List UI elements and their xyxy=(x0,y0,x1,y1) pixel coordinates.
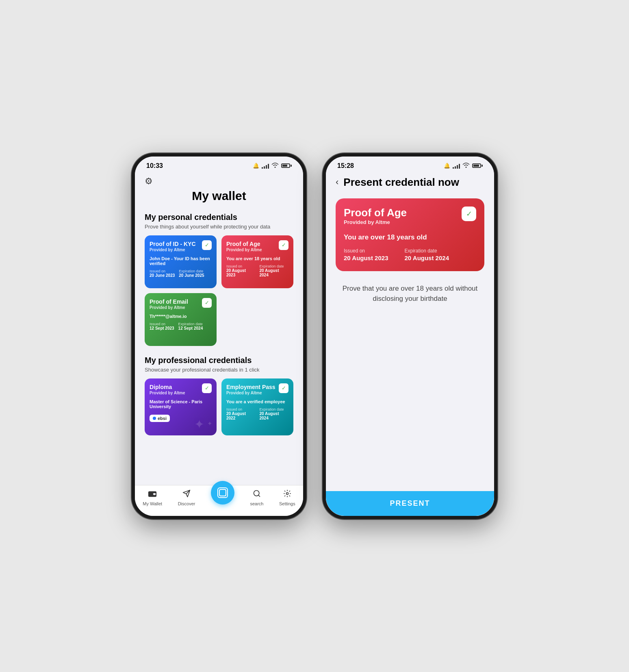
present-screen: ‹ Present credential now Proof of Age Pr… xyxy=(326,173,494,516)
present-expiry-value: 20 August 2024 xyxy=(405,254,449,261)
svg-point-5 xyxy=(286,492,288,494)
present-credential-title: Present credential now xyxy=(343,176,459,189)
proof-of-id-detail: John Doe - Your ID has been verified xyxy=(150,256,212,266)
present-button[interactable]: PRESENT xyxy=(326,491,494,516)
proof-of-id-card[interactable]: Proof of ID - KYC Provided by Altme ✓ Jo… xyxy=(145,235,217,288)
present-expiry-label: Expiration date xyxy=(405,248,449,254)
proof-of-id-check: ✓ xyxy=(202,240,212,250)
present-card-claim: You are over 18 years old xyxy=(344,233,476,241)
settings-gear-icon[interactable]: ⚙ xyxy=(145,176,293,187)
nav-search-label: search xyxy=(250,501,263,506)
professional-credentials-section: My professional credentials Showcase you… xyxy=(145,356,293,435)
diploma-card[interactable]: ✦ ✦ ✦ Diploma Provided by Altme ✓ xyxy=(145,378,217,435)
battery-icon-right xyxy=(472,163,483,168)
employment-pass-dates: Issued on 20 August 2022 Expiration date… xyxy=(226,407,288,420)
left-phone: 10:33 🔔 xyxy=(132,153,306,519)
present-issued-value: 20 August 2023 xyxy=(344,254,388,261)
battery-icon xyxy=(281,163,292,168)
signal-icon-right xyxy=(453,163,460,169)
employment-pass-check: ✓ xyxy=(279,383,288,393)
present-card-provider: Provided by Altme xyxy=(344,219,407,225)
proof-of-age-title: Proof of Age xyxy=(226,240,262,248)
nav-discover-label: Discover xyxy=(178,501,195,506)
signal-icon xyxy=(262,163,269,169)
diploma-title: Diploma xyxy=(150,383,185,391)
settings-icon xyxy=(283,489,291,500)
nav-search[interactable]: search xyxy=(250,489,263,506)
status-icons-left: 🔔 xyxy=(253,162,292,169)
present-issued-label: Issued on xyxy=(344,248,388,254)
proof-of-id-dates: Issued on 20 June 2023 Expiration date 2… xyxy=(150,269,212,278)
present-card-title: Proof of Age xyxy=(344,207,407,219)
svg-rect-3 xyxy=(219,489,226,496)
back-button[interactable]: ‹ xyxy=(336,177,338,187)
discover-icon xyxy=(182,489,191,500)
notification-icon-right: 🔔 xyxy=(444,163,450,169)
present-credential-card[interactable]: Proof of Age Provided by Altme ✓ You are… xyxy=(336,198,484,271)
diploma-detail: Master of Science - Paris University xyxy=(150,399,212,409)
proof-of-id-title: Proof of ID - KYC xyxy=(150,240,196,248)
present-card-dates: Issued on 20 August 2023 Expiration date… xyxy=(344,248,476,261)
present-card-check-badge: ✓ xyxy=(462,207,476,221)
proof-of-age-detail: You are over 18 years old xyxy=(226,256,288,261)
status-bar-left: 10:33 🔔 xyxy=(135,157,303,173)
back-header: ‹ Present credential now xyxy=(336,176,484,189)
nav-wallet-label: My Wallet xyxy=(143,501,162,506)
star-decor-1: ✦ xyxy=(194,417,204,431)
diploma-provider: Provided by Altme xyxy=(150,391,185,395)
star-decor-3: ✦ xyxy=(207,420,213,427)
personal-credentials-section: My personal credentials Prove things abo… xyxy=(145,213,293,346)
proof-of-id-provider: Provided by Altme xyxy=(150,248,196,252)
ebsi-badge: ebsi xyxy=(150,415,170,422)
proof-of-email-detail: Th******@altme.io xyxy=(150,314,212,319)
employment-pass-detail: You are a verified employee xyxy=(226,399,288,404)
employment-pass-title: Employment Pass xyxy=(226,383,275,391)
personal-section-title: My personal credentials xyxy=(145,213,293,222)
nav-discover[interactable]: Discover xyxy=(178,489,195,506)
present-description: Prove that you are over 18 years old wit… xyxy=(336,283,484,304)
nav-fab-button[interactable] xyxy=(211,481,234,505)
professional-section-subtitle: Showcase your professional credentials i… xyxy=(145,367,293,373)
wifi-icon-right xyxy=(462,162,470,169)
status-bar-right: 15:28 🔔 xyxy=(326,157,494,173)
nav-settings-label: Settings xyxy=(279,501,295,506)
proof-of-email-card[interactable]: Proof of Email Provided by Altme ✓ Th***… xyxy=(145,293,217,346)
time-right: 15:28 xyxy=(337,162,354,170)
proof-of-age-dates: Issued on 20 August 2023 Expiration date… xyxy=(226,264,288,277)
search-icon xyxy=(253,489,261,500)
wifi-icon xyxy=(271,162,279,169)
wallet-icon xyxy=(148,489,157,500)
bottom-nav: My Wallet Discover search xyxy=(135,485,303,516)
status-icons-right: 🔔 xyxy=(444,162,483,169)
proof-of-age-check: ✓ xyxy=(279,240,288,250)
personal-section-subtitle: Prove things about yourself while protec… xyxy=(145,224,293,230)
proof-of-email-check: ✓ xyxy=(202,298,212,308)
wallet-screen: ⚙ My wallet My personal credentials Prov… xyxy=(135,173,303,516)
wallet-title: My wallet xyxy=(145,189,293,203)
employment-pass-provider: Provided by Altme xyxy=(226,391,275,395)
personal-credentials-grid: Proof of ID - KYC Provided by Altme ✓ Jo… xyxy=(145,235,293,288)
time-left: 10:33 xyxy=(146,162,163,170)
proof-of-age-card[interactable]: Proof of Age Provided by Altme ✓ You are… xyxy=(221,235,293,288)
star-decor-2: ✦ xyxy=(206,387,213,396)
proof-of-email-provider: Provided by Altme xyxy=(150,305,188,310)
right-phone: 15:28 🔔 xyxy=(323,153,497,519)
professional-credentials-grid: ✦ ✦ ✦ Diploma Provided by Altme ✓ xyxy=(145,378,293,435)
professional-section-title: My professional credentials xyxy=(145,356,293,365)
proof-of-age-provider: Provided by Altme xyxy=(226,248,262,252)
nav-wallet[interactable]: My Wallet xyxy=(143,489,162,506)
proof-of-email-dates: Issued on 12 Sept 2023 Expiration date 1… xyxy=(150,322,212,331)
svg-rect-1 xyxy=(153,493,156,495)
nav-settings[interactable]: Settings xyxy=(279,489,295,506)
employment-pass-card[interactable]: Employment Pass Provided by Altme ✓ You … xyxy=(221,378,293,435)
notification-icon: 🔔 xyxy=(253,163,259,169)
proof-of-email-title: Proof of Email xyxy=(150,298,188,305)
